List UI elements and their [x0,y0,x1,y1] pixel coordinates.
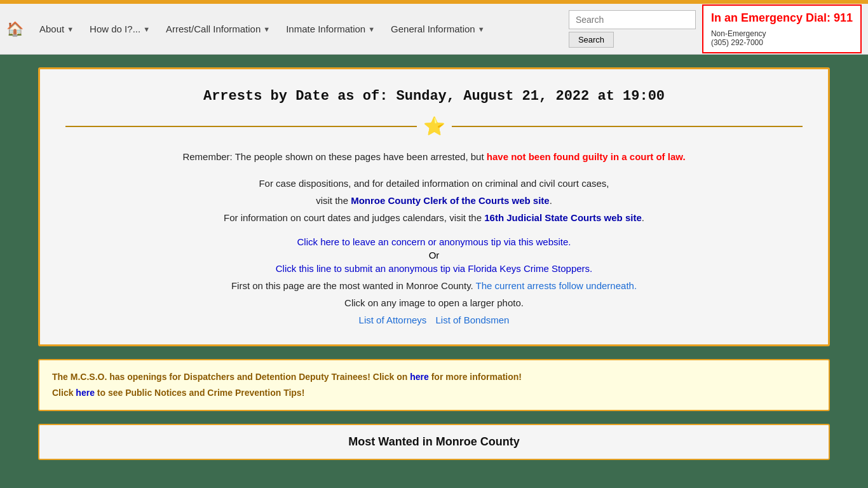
home-link[interactable]: 🏠 [6,21,24,37]
non-emergency-info: Non-Emergency (305) 292-7000 [711,29,853,47]
divider: ⭐ [65,116,803,137]
click-image-text: Click on any image to open a larger phot… [65,297,803,308]
anonymous-tip-link[interactable]: Click here to leave an concern or anonym… [65,236,803,247]
divider-left-line [65,126,417,127]
emergency-title: In an Emergency Dial: 911 [711,11,853,25]
guilty-warning: have not been found guilty in a court of… [487,151,686,162]
notice-text-4: to see Public Notices and Crime Preventi… [95,388,304,398]
search-button[interactable]: Search [569,32,614,48]
chevron-down-icon: ▼ [478,25,485,33]
notice-here-link-1[interactable]: here [410,372,429,382]
tip-links: Click here to leave an concern or anonym… [65,236,803,274]
judicial-courts-link[interactable]: 16th Judicial State Courts web site [484,212,642,223]
notice-text-3: Click [52,388,76,398]
emergency-box: In an Emergency Dial: 911 Non-Emergency … [702,4,862,53]
chevron-down-icon: ▼ [368,25,375,33]
notice-text-1: The M.C.S.O. has openings for Dispatcher… [52,372,410,382]
crime-stoppers-link[interactable]: Click this line to submit an anonymous t… [65,263,803,274]
notice-box: The M.C.S.O. has openings for Dispatcher… [38,359,830,411]
notice-here-link-2[interactable]: here [76,388,95,398]
arrests-title: Arrests by Date as of: Sunday, August 21… [65,88,803,104]
nav-item-arrest-call[interactable]: Arrest/Call Information ▼ [159,20,276,38]
chevron-down-icon: ▼ [143,25,150,33]
notice-text-2: for more information! [429,372,522,382]
bottom-links: List of Attorneys List of Bondsmen [65,315,803,325]
star-icon: ⭐ [423,116,445,137]
nav-menu: About ▼ How do I?... ▼ Arrest/Call Infor… [33,20,569,38]
or-text: Or [65,250,803,261]
divider-right-line [452,126,803,127]
arrests-box: Arrests by Date as of: Sunday, August 21… [38,67,830,346]
most-wanted-box: Most Wanted in Monroe County [38,424,830,460]
arrests-follow-link[interactable]: The current arrests follow underneath. [476,280,637,291]
disclaimer-text: Remember: The people shown on these page… [65,149,803,165]
nav-item-inmate[interactable]: Inmate Information ▼ [280,20,381,38]
nav-item-how-do-i[interactable]: How do I?... ▼ [83,20,156,38]
navigation-bar: 🏠 About ▼ How do I?... ▼ Arrest/Call Inf… [0,4,868,55]
main-content: Arrests by Date as of: Sunday, August 21… [0,55,868,473]
search-area: Search [569,10,696,48]
nav-item-general[interactable]: General Information ▼ [384,20,491,38]
clerk-courts-link[interactable]: Monroe County Clerk of the Courts web si… [351,195,550,206]
chevron-down-icon: ▼ [67,25,74,33]
chevron-down-icon: ▼ [263,25,270,33]
most-wanted-info: First on this page are the most wanted i… [65,280,803,291]
nav-item-about[interactable]: About ▼ [33,20,80,38]
most-wanted-title: Most Wanted in Monroe County [52,435,816,449]
search-input[interactable] [569,10,696,29]
attorneys-link[interactable]: List of Attorneys [359,315,427,325]
bondsmen-link[interactable]: List of Bondsmen [436,315,510,325]
court-info: For case dispositions, and for detailed … [65,175,803,226]
